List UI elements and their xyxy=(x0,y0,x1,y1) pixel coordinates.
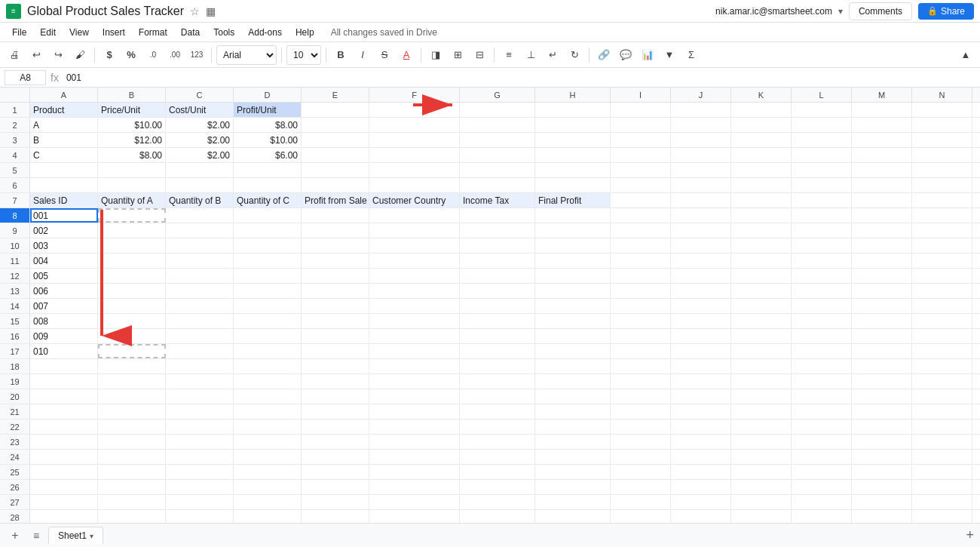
cell-f12[interactable] xyxy=(369,269,460,283)
comment-button[interactable]: 💬 xyxy=(616,45,635,65)
cell-j9[interactable] xyxy=(671,223,731,238)
cell-n2[interactable] xyxy=(912,118,972,132)
cell-e9[interactable] xyxy=(302,223,369,238)
cell-f8[interactable] xyxy=(369,208,460,223)
cell-d16[interactable] xyxy=(234,329,302,343)
col-header-m[interactable]: M xyxy=(852,88,912,102)
paint-format-button[interactable]: 🖌 xyxy=(70,45,90,65)
cell-c12[interactable] xyxy=(166,269,234,283)
cell-h8[interactable] xyxy=(535,208,611,223)
cell-m12[interactable] xyxy=(852,269,912,283)
cell-k2[interactable] xyxy=(731,118,792,132)
cell-d11[interactable] xyxy=(234,254,302,268)
cell-e11[interactable] xyxy=(302,254,369,268)
cell-g8[interactable] xyxy=(460,208,535,223)
menu-view[interactable]: View xyxy=(63,25,95,40)
bold-button[interactable]: B xyxy=(331,45,351,65)
cell-f3[interactable] xyxy=(369,133,460,147)
cell-f13[interactable] xyxy=(369,284,460,298)
cell-l5[interactable] xyxy=(792,163,852,177)
cell-h10[interactable] xyxy=(535,238,611,253)
cell-l8[interactable] xyxy=(792,208,852,223)
cell-n7[interactable] xyxy=(912,193,972,207)
more-formats-button[interactable]: 123 xyxy=(187,45,207,65)
percent-format-button[interactable]: % xyxy=(121,45,141,65)
cell-j16[interactable] xyxy=(671,329,731,343)
cell-b4[interactable]: $8.00 xyxy=(98,148,166,162)
cell-f11[interactable] xyxy=(369,254,460,268)
cell-h2[interactable] xyxy=(535,118,611,132)
cell-h11[interactable] xyxy=(535,254,611,268)
cell-c14[interactable] xyxy=(166,299,234,313)
cell-i4[interactable] xyxy=(611,148,671,162)
cell-i8[interactable] xyxy=(611,208,671,223)
menu-format[interactable]: Format xyxy=(133,25,173,40)
cell-e13[interactable] xyxy=(302,284,369,298)
strikethrough-button[interactable]: S xyxy=(375,45,394,65)
sheet-tab-dropdown[interactable]: ▾ xyxy=(90,532,93,540)
menu-data[interactable]: Data xyxy=(175,25,206,40)
cell-f5[interactable] xyxy=(369,163,460,177)
cell-i11[interactable] xyxy=(611,254,671,268)
cell-g1[interactable] xyxy=(460,103,535,117)
cell-c10[interactable] xyxy=(166,238,234,253)
cell-n17[interactable] xyxy=(912,344,972,358)
cell-i13[interactable] xyxy=(611,284,671,298)
cell-i5[interactable] xyxy=(611,163,671,177)
cell-d3[interactable]: $10.00 xyxy=(234,133,302,147)
cell-j11[interactable] xyxy=(671,254,731,268)
cell-j13[interactable] xyxy=(671,284,731,298)
cell-m8[interactable] xyxy=(852,208,912,223)
menu-add-ons[interactable]: Add-ons xyxy=(242,25,288,40)
cell-n4[interactable] xyxy=(912,148,972,162)
cell-d15[interactable] xyxy=(234,314,302,328)
align-h-button[interactable]: ≡ xyxy=(499,45,519,65)
cell-c2[interactable]: $2.00 xyxy=(166,118,234,132)
cell-a9[interactable]: 002 xyxy=(30,223,98,238)
cell-d14[interactable] xyxy=(234,299,302,313)
cell-d17[interactable] xyxy=(234,344,302,358)
cell-h6[interactable] xyxy=(535,178,611,192)
cell-a15[interactable]: 008 xyxy=(30,314,98,328)
cell-j5[interactable] xyxy=(671,163,731,177)
cell-e16[interactable] xyxy=(302,329,369,343)
cell-j10[interactable] xyxy=(671,238,731,253)
cell-k15[interactable] xyxy=(731,314,792,328)
cell-g3[interactable] xyxy=(460,133,535,147)
cell-a13[interactable]: 006 xyxy=(30,284,98,298)
cell-n11[interactable] xyxy=(912,254,972,268)
italic-button[interactable]: I xyxy=(353,45,372,65)
add-sheet-button[interactable]: + xyxy=(6,527,24,545)
cell-c1[interactable]: Cost/Unit xyxy=(166,103,234,117)
cell-f6[interactable] xyxy=(369,178,460,192)
cell-g10[interactable] xyxy=(460,238,535,253)
cell-h16[interactable] xyxy=(535,329,611,343)
cell-e7[interactable]: Profit from Sale xyxy=(302,193,369,207)
filter-button[interactable]: ▼ xyxy=(660,45,679,65)
cell-c11[interactable] xyxy=(166,254,234,268)
col-header-i[interactable]: I xyxy=(611,88,671,102)
cell-n9[interactable] xyxy=(912,223,972,238)
cell-a17[interactable]: 010 xyxy=(30,344,98,358)
cell-i6[interactable] xyxy=(611,178,671,192)
cell-g5[interactable] xyxy=(460,163,535,177)
undo-button[interactable]: ↩ xyxy=(26,45,46,65)
cell-n12[interactable] xyxy=(912,269,972,283)
cell-k6[interactable] xyxy=(731,178,792,192)
cell-b11[interactable] xyxy=(98,254,166,268)
cell-b6[interactable] xyxy=(98,178,166,192)
cell-h12[interactable] xyxy=(535,269,611,283)
cell-d8[interactable] xyxy=(234,208,302,223)
cell-f9[interactable] xyxy=(369,223,460,238)
cell-m14[interactable] xyxy=(852,299,912,313)
cell-b3[interactable]: $12.00 xyxy=(98,133,166,147)
col-header-a[interactable]: A xyxy=(30,88,98,102)
cell-a16[interactable]: 009 xyxy=(30,329,98,343)
cell-b2[interactable]: $10.00 xyxy=(98,118,166,132)
cell-d2[interactable]: $8.00 xyxy=(234,118,302,132)
cell-g12[interactable] xyxy=(460,269,535,283)
col-header-l[interactable]: L xyxy=(792,88,852,102)
cell-l10[interactable] xyxy=(792,238,852,253)
cell-c8[interactable] xyxy=(166,208,234,223)
cell-k12[interactable] xyxy=(731,269,792,283)
